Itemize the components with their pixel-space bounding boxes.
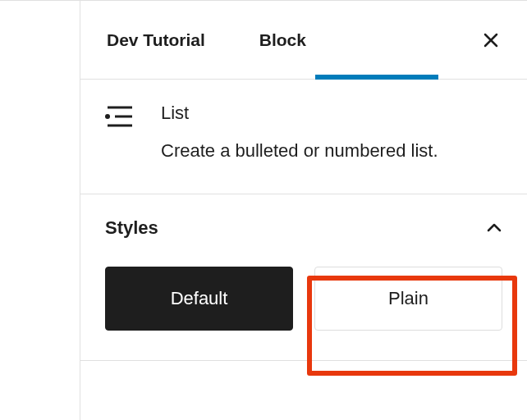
block-title: List xyxy=(161,103,502,124)
block-description: Create a bulleted or numbered list. xyxy=(161,139,502,164)
chevron-up-icon xyxy=(486,220,502,236)
styles-panel-toggle[interactable]: Styles xyxy=(80,194,527,253)
sidebar-tabs: Dev Tutorial Block xyxy=(80,1,527,80)
tab-dev-tutorial[interactable]: Dev Tutorial xyxy=(100,1,212,79)
close-icon xyxy=(481,30,501,50)
block-inspector-sidebar: Dev Tutorial Block List xyxy=(80,1,527,420)
close-sidebar-button[interactable] xyxy=(479,29,502,52)
style-option-default[interactable]: Default xyxy=(105,267,293,331)
active-tab-indicator xyxy=(315,75,438,80)
svg-point-3 xyxy=(105,114,110,119)
style-option-plain[interactable]: Plain xyxy=(314,267,502,331)
styles-panel-title: Styles xyxy=(105,217,158,239)
block-card: List Create a bulleted or numbered list. xyxy=(80,80,527,194)
styles-panel: Styles Default Plain xyxy=(80,194,527,361)
tab-block[interactable]: Block xyxy=(253,1,313,79)
advanced-panel xyxy=(80,361,527,407)
editor-canvas-edge xyxy=(0,1,80,420)
style-variations: Default Plain xyxy=(80,253,527,360)
list-icon xyxy=(105,103,138,164)
